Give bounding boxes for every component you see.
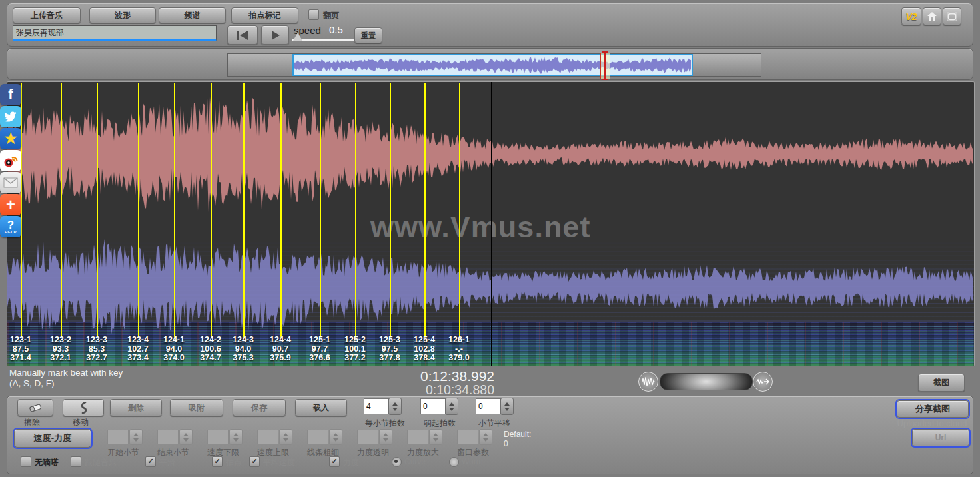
erase-button[interactable]	[17, 399, 53, 416]
default-value: 0	[504, 439, 508, 448]
beat-marker-line[interactable]	[61, 83, 62, 338]
spectrum-button[interactable]: 频谱	[159, 7, 226, 23]
pickup-beats-input[interactable]	[420, 398, 446, 414]
main-playhead[interactable]	[491, 82, 492, 366]
option-checkbox-label: 拍点	[226, 457, 242, 468]
load-button[interactable]: 载入	[295, 399, 347, 416]
beats-per-measure-spinner[interactable]	[388, 398, 402, 415]
rewind-icon	[236, 30, 249, 41]
qzone-icon[interactable]: ★	[0, 128, 21, 149]
beat-marker-line[interactable]	[320, 83, 321, 338]
curve-radio[interactable]	[392, 457, 402, 467]
beat-marker-line[interactable]	[355, 83, 356, 338]
screenshot-button[interactable]: 截图	[918, 374, 965, 392]
spinner-down-icon[interactable]	[392, 408, 398, 411]
header-toolbar: 上传音乐 波形 频谱 拍点标记 翻页 speed 0.5 重置 V2	[7, 3, 973, 47]
speed-slider-thumb[interactable]	[293, 33, 302, 41]
page-flip-label: 翻页	[323, 10, 339, 21]
speed-slider[interactable]	[292, 39, 363, 41]
overview-track[interactable]	[227, 53, 761, 77]
zoom-out-icon[interactable]	[638, 372, 658, 392]
param-spinner-box	[207, 430, 229, 444]
beat-marker-line[interactable]	[211, 83, 212, 338]
spinner-down-icon[interactable]	[449, 408, 454, 411]
beat-marker-line[interactable]	[97, 83, 98, 338]
play-button[interactable]	[261, 25, 289, 45]
measure-shift-spinner[interactable]	[500, 398, 514, 415]
param-spinner-arrows[interactable]	[479, 429, 492, 445]
beat-marker-line[interactable]	[459, 83, 460, 338]
param-spinner-arrows[interactable]	[329, 429, 342, 445]
page-flip-checkbox[interactable]	[308, 9, 319, 20]
url-button[interactable]: Url	[912, 429, 969, 446]
email-icon[interactable]	[0, 172, 21, 193]
weibo-icon[interactable]	[0, 150, 21, 171]
param-spinner-box	[107, 430, 129, 444]
facebook-icon[interactable]: f	[0, 84, 21, 105]
help-question-glyph: ?	[7, 220, 14, 230]
measure-shift-input[interactable]	[476, 398, 501, 414]
option-checkbox[interactable]: ✓	[249, 456, 260, 467]
waveform-button[interactable]: 波形	[89, 7, 156, 23]
beat-label-column: 123-385.3372.7	[86, 336, 107, 363]
option-checkbox[interactable]	[71, 456, 81, 467]
param-spinner-arrows[interactable]	[229, 429, 243, 445]
upload-music-button[interactable]: 上传音乐	[13, 7, 81, 23]
overview-waveform	[294, 55, 692, 75]
option-checkbox[interactable]: ✓	[212, 456, 223, 467]
fullscreen-button[interactable]	[943, 7, 961, 25]
option-checkbox[interactable]: ✓	[145, 456, 156, 467]
spinner-down-icon[interactable]	[504, 408, 510, 411]
bottom-toolbar: 擦除 移动 删除 吸附 保存 载入 每小节拍数 弱起拍数 小节平移 速度-力度 …	[7, 396, 973, 474]
param-spinner-arrows[interactable]	[279, 429, 292, 445]
move-hook-icon	[78, 402, 89, 414]
option-checkbox-label: 力度	[343, 457, 359, 468]
zoom-in-icon[interactable]	[753, 372, 773, 392]
twitter-icon[interactable]	[0, 106, 21, 127]
beat-mark-button[interactable]: 拍点标记	[231, 7, 298, 23]
snap-button[interactable]: 吸附	[170, 399, 223, 416]
option-checkbox[interactable]: ✓	[329, 456, 340, 467]
rewind-button[interactable]	[227, 25, 258, 45]
pickup-beats-spinner[interactable]	[445, 398, 458, 415]
beat-label-column: 123-187.5371.4	[10, 336, 31, 363]
home-button[interactable]	[923, 7, 941, 25]
option-checkbox[interactable]	[21, 456, 31, 467]
spinner-up-icon[interactable]	[449, 402, 454, 406]
param-spinner-box	[407, 430, 428, 444]
beat-marker-line[interactable]	[424, 83, 426, 338]
beat-marker-line[interactable]	[174, 83, 175, 338]
track-name-input[interactable]	[13, 25, 217, 41]
beat-marker-line[interactable]	[138, 83, 139, 338]
tempo-dynamics-button[interactable]: 速度-力度	[14, 429, 91, 448]
share-plus-icon[interactable]: +	[0, 194, 21, 215]
delete-button[interactable]: 删除	[110, 399, 162, 416]
spinner-up-icon[interactable]	[504, 402, 510, 406]
share-screenshot-button[interactable]: 分享截图	[897, 400, 969, 418]
move-label: 移动	[73, 417, 89, 428]
param-spinner-arrows[interactable]	[429, 429, 442, 445]
move-button[interactable]	[63, 399, 104, 416]
beat-marker-line[interactable]	[280, 83, 282, 338]
version-badge[interactable]: V2	[901, 7, 921, 25]
worm-radio[interactable]	[449, 457, 459, 467]
main-waveform-panel[interactable]: www.Vmus.net 123-187.5371.4123-293.3372.…	[7, 81, 975, 366]
reset-button[interactable]: 重置	[354, 27, 382, 43]
beat-marker-line[interactable]	[390, 83, 391, 338]
beat-marker-line[interactable]	[243, 83, 245, 338]
spinner-up-icon[interactable]	[392, 402, 398, 406]
save-button[interactable]: 保存	[233, 399, 286, 416]
overview-playhead[interactable]	[604, 51, 606, 80]
param-spinner-arrows[interactable]	[179, 429, 193, 445]
zoom-slider[interactable]	[660, 373, 753, 390]
beats-per-measure-input[interactable]	[364, 398, 389, 414]
help-icon[interactable]: ? HELP	[0, 216, 21, 237]
beat-label-column: 126-1-.-379.0	[448, 336, 470, 363]
param-spinner-box	[307, 430, 328, 444]
social-sidebar: f ★ + ? HELP	[0, 84, 21, 238]
playhead-cap-bottom	[602, 79, 608, 80]
param-spinner-arrows[interactable]	[129, 429, 143, 445]
overview-selection[interactable]	[292, 54, 693, 76]
param-spinner-arrows[interactable]	[379, 429, 392, 445]
radio-label: Curve	[404, 457, 426, 466]
